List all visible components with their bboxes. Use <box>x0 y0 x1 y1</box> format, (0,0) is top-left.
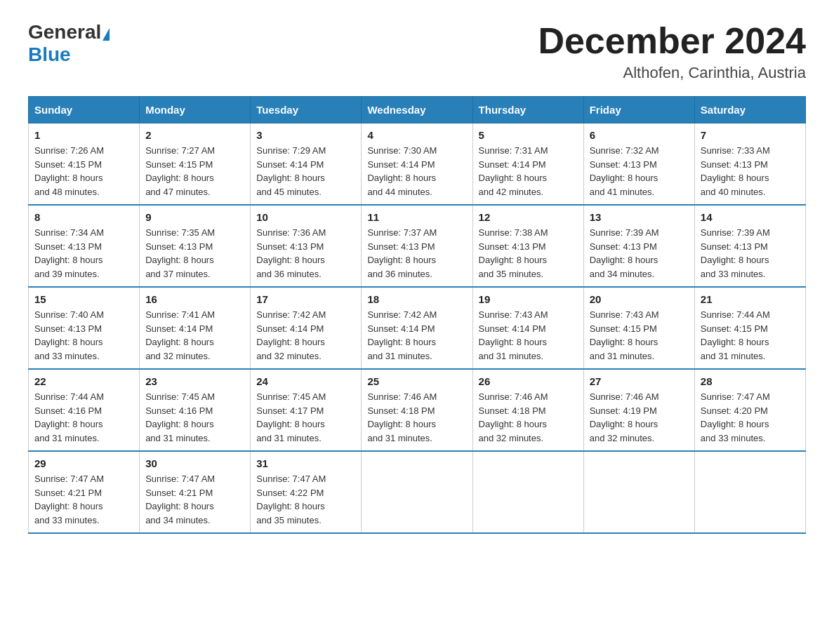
calendar-week-row: 8Sunrise: 7:34 AMSunset: 4:13 PMDaylight… <box>29 205 806 287</box>
day-info: Sunrise: 7:46 AMSunset: 4:18 PMDaylight:… <box>479 390 578 445</box>
day-info: Sunrise: 7:45 AMSunset: 4:16 PMDaylight:… <box>145 390 244 445</box>
day-number: 23 <box>145 375 244 387</box>
day-info: Sunrise: 7:36 AMSunset: 4:13 PMDaylight:… <box>256 226 355 281</box>
calendar-cell: 3Sunrise: 7:29 AMSunset: 4:14 PMDaylight… <box>251 123 362 206</box>
day-number: 5 <box>479 129 578 141</box>
day-info: Sunrise: 7:47 AMSunset: 4:22 PMDaylight:… <box>256 472 355 527</box>
day-number: 15 <box>34 293 133 305</box>
calendar-cell: 16Sunrise: 7:41 AMSunset: 4:14 PMDayligh… <box>140 287 251 369</box>
day-info: Sunrise: 7:26 AMSunset: 4:15 PMDaylight:… <box>34 144 133 199</box>
weekday-header-friday: Friday <box>583 97 694 123</box>
day-info: Sunrise: 7:42 AMSunset: 4:14 PMDaylight:… <box>367 308 466 363</box>
day-number: 3 <box>256 129 355 141</box>
weekday-header-row: SundayMondayTuesdayWednesdayThursdayFrid… <box>29 97 806 123</box>
weekday-header-sunday: Sunday <box>29 97 140 123</box>
day-number: 30 <box>145 457 244 469</box>
calendar-cell: 11Sunrise: 7:37 AMSunset: 4:13 PMDayligh… <box>362 205 472 287</box>
day-info: Sunrise: 7:43 AMSunset: 4:15 PMDaylight:… <box>590 308 689 363</box>
day-info: Sunrise: 7:35 AMSunset: 4:13 PMDaylight:… <box>145 226 244 281</box>
day-info: Sunrise: 7:44 AMSunset: 4:15 PMDaylight:… <box>701 308 800 363</box>
title-block: December 2024 Althofen, Carinthia, Austr… <box>538 21 806 82</box>
day-number: 10 <box>256 211 355 223</box>
day-number: 7 <box>701 129 800 141</box>
logo-general: General <box>28 21 101 43</box>
calendar-cell: 12Sunrise: 7:38 AMSunset: 4:13 PMDayligh… <box>472 205 583 287</box>
calendar-cell: 21Sunrise: 7:44 AMSunset: 4:15 PMDayligh… <box>694 287 805 369</box>
day-info: Sunrise: 7:29 AMSunset: 4:14 PMDaylight:… <box>256 144 355 199</box>
calendar-cell: 29Sunrise: 7:47 AMSunset: 4:21 PMDayligh… <box>29 451 140 533</box>
day-info: Sunrise: 7:34 AMSunset: 4:13 PMDaylight:… <box>34 226 133 281</box>
calendar-cell: 27Sunrise: 7:46 AMSunset: 4:19 PMDayligh… <box>583 369 694 451</box>
day-number: 28 <box>701 375 800 387</box>
calendar-cell: 15Sunrise: 7:40 AMSunset: 4:13 PMDayligh… <box>29 287 140 369</box>
calendar-table: SundayMondayTuesdayWednesdayThursdayFrid… <box>28 96 806 534</box>
weekday-header-saturday: Saturday <box>694 97 805 123</box>
day-info: Sunrise: 7:45 AMSunset: 4:17 PMDaylight:… <box>256 390 355 445</box>
logo-blue-text: Blue <box>28 43 71 66</box>
day-number: 19 <box>479 293 578 305</box>
month-title: December 2024 <box>538 21 806 61</box>
day-number: 2 <box>145 129 244 141</box>
calendar-cell: 17Sunrise: 7:42 AMSunset: 4:14 PMDayligh… <box>251 287 362 369</box>
day-number: 27 <box>590 375 689 387</box>
calendar-cell <box>472 451 583 533</box>
day-number: 11 <box>367 211 466 223</box>
calendar-cell: 22Sunrise: 7:44 AMSunset: 4:16 PMDayligh… <box>29 369 140 451</box>
day-number: 26 <box>479 375 578 387</box>
day-info: Sunrise: 7:41 AMSunset: 4:14 PMDaylight:… <box>145 308 244 363</box>
day-info: Sunrise: 7:31 AMSunset: 4:14 PMDaylight:… <box>479 144 578 199</box>
day-info: Sunrise: 7:47 AMSunset: 4:21 PMDaylight:… <box>145 472 244 527</box>
weekday-header-tuesday: Tuesday <box>251 97 362 123</box>
calendar-cell: 18Sunrise: 7:42 AMSunset: 4:14 PMDayligh… <box>362 287 472 369</box>
day-info: Sunrise: 7:46 AMSunset: 4:18 PMDaylight:… <box>367 390 466 445</box>
calendar-cell: 19Sunrise: 7:43 AMSunset: 4:14 PMDayligh… <box>472 287 583 369</box>
calendar-cell <box>362 451 472 533</box>
calendar-cell: 2Sunrise: 7:27 AMSunset: 4:15 PMDaylight… <box>140 123 251 206</box>
logo-general-text: General <box>28 21 110 43</box>
calendar-cell: 23Sunrise: 7:45 AMSunset: 4:16 PMDayligh… <box>140 369 251 451</box>
day-number: 24 <box>256 375 355 387</box>
calendar-cell: 7Sunrise: 7:33 AMSunset: 4:13 PMDaylight… <box>694 123 805 206</box>
weekday-header-thursday: Thursday <box>472 97 583 123</box>
day-info: Sunrise: 7:47 AMSunset: 4:21 PMDaylight:… <box>34 472 133 527</box>
day-number: 22 <box>34 375 133 387</box>
day-info: Sunrise: 7:46 AMSunset: 4:19 PMDaylight:… <box>590 390 689 445</box>
day-info: Sunrise: 7:33 AMSunset: 4:13 PMDaylight:… <box>701 144 800 199</box>
calendar-cell: 4Sunrise: 7:30 AMSunset: 4:14 PMDaylight… <box>362 123 472 206</box>
day-number: 20 <box>590 293 689 305</box>
day-info: Sunrise: 7:32 AMSunset: 4:13 PMDaylight:… <box>590 144 689 199</box>
calendar-week-row: 15Sunrise: 7:40 AMSunset: 4:13 PMDayligh… <box>29 287 806 369</box>
logo-blue: Blue <box>28 43 71 65</box>
calendar-cell: 20Sunrise: 7:43 AMSunset: 4:15 PMDayligh… <box>583 287 694 369</box>
calendar-cell: 10Sunrise: 7:36 AMSunset: 4:13 PMDayligh… <box>251 205 362 287</box>
day-info: Sunrise: 7:30 AMSunset: 4:14 PMDaylight:… <box>367 144 466 199</box>
calendar-cell: 31Sunrise: 7:47 AMSunset: 4:22 PMDayligh… <box>251 451 362 533</box>
calendar-cell <box>583 451 694 533</box>
logo: General Blue <box>28 21 110 66</box>
day-info: Sunrise: 7:47 AMSunset: 4:20 PMDaylight:… <box>701 390 800 445</box>
calendar-cell: 25Sunrise: 7:46 AMSunset: 4:18 PMDayligh… <box>362 369 472 451</box>
day-info: Sunrise: 7:39 AMSunset: 4:13 PMDaylight:… <box>701 226 800 281</box>
day-info: Sunrise: 7:40 AMSunset: 4:13 PMDaylight:… <box>34 308 133 363</box>
day-info: Sunrise: 7:27 AMSunset: 4:15 PMDaylight:… <box>145 144 244 199</box>
calendar-week-row: 22Sunrise: 7:44 AMSunset: 4:16 PMDayligh… <box>29 369 806 451</box>
day-number: 16 <box>145 293 244 305</box>
calendar-week-row: 29Sunrise: 7:47 AMSunset: 4:21 PMDayligh… <box>29 451 806 533</box>
day-info: Sunrise: 7:44 AMSunset: 4:16 PMDaylight:… <box>34 390 133 445</box>
day-info: Sunrise: 7:37 AMSunset: 4:13 PMDaylight:… <box>367 226 466 281</box>
day-number: 14 <box>701 211 800 223</box>
calendar-cell: 9Sunrise: 7:35 AMSunset: 4:13 PMDaylight… <box>140 205 251 287</box>
calendar-cell: 8Sunrise: 7:34 AMSunset: 4:13 PMDaylight… <box>29 205 140 287</box>
calendar-cell: 1Sunrise: 7:26 AMSunset: 4:15 PMDaylight… <box>29 123 140 206</box>
calendar-cell: 5Sunrise: 7:31 AMSunset: 4:14 PMDaylight… <box>472 123 583 206</box>
day-number: 6 <box>590 129 689 141</box>
calendar-cell: 24Sunrise: 7:45 AMSunset: 4:17 PMDayligh… <box>251 369 362 451</box>
day-number: 13 <box>590 211 689 223</box>
weekday-header-wednesday: Wednesday <box>362 97 472 123</box>
day-number: 29 <box>34 457 133 469</box>
logo-triangle-icon <box>102 28 110 41</box>
page-header: General Blue December 2024 Althofen, Car… <box>28 21 806 82</box>
day-number: 1 <box>34 129 133 141</box>
day-info: Sunrise: 7:43 AMSunset: 4:14 PMDaylight:… <box>479 308 578 363</box>
day-info: Sunrise: 7:39 AMSunset: 4:13 PMDaylight:… <box>590 226 689 281</box>
